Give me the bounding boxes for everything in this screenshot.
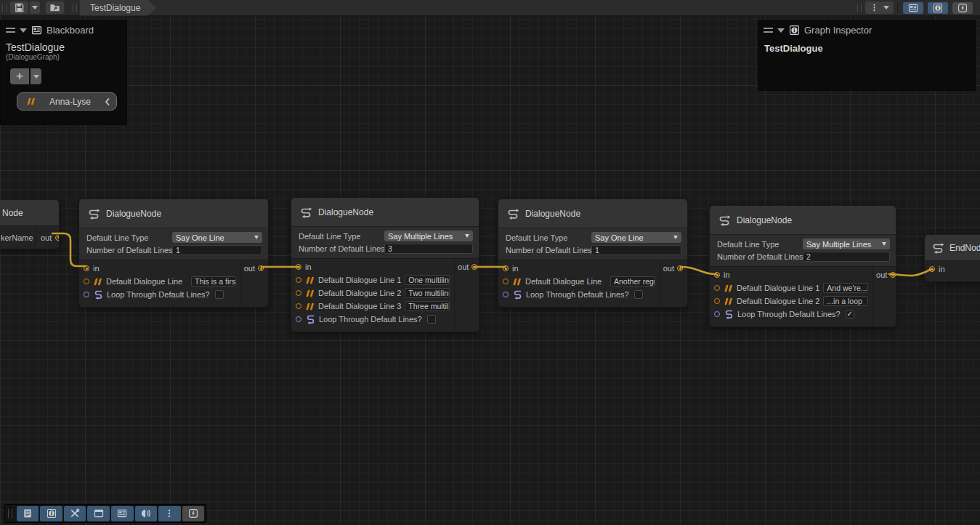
preview-toggle-button[interactable] <box>135 506 158 521</box>
dialogue-node-3[interactable]: DialogueNode Default Line Type Say One L… <box>498 199 688 308</box>
info-icon <box>46 508 57 518</box>
in-port[interactable] <box>84 265 89 271</box>
node-title: Node <box>2 208 23 218</box>
node-title-bar[interactable]: Node <box>0 200 59 226</box>
toolbar-drag-handle[interactable] <box>73 4 77 12</box>
dialogue-line-field[interactable]: Two multiline <box>405 288 450 298</box>
node-title: DialogueNode <box>525 209 580 219</box>
dialogue-line-port[interactable] <box>503 278 509 284</box>
toolbar-drag-handle[interactable] <box>857 4 862 12</box>
dialogue-node-1[interactable]: DialogueNode Default Line Type Say One L… <box>78 199 269 308</box>
line-count-field[interactable]: 1 <box>591 245 681 255</box>
graph-inspector-header[interactable]: Graph Inspector <box>758 20 975 39</box>
window-toggle-button[interactable] <box>87 506 110 521</box>
out-port[interactable] <box>258 265 264 271</box>
node-title-bar[interactable]: DialogueNode <box>498 199 687 228</box>
loop-checkbox[interactable] <box>215 290 224 299</box>
loop-port[interactable] <box>84 292 89 297</box>
dialogue-line-port[interactable] <box>714 298 720 304</box>
line-count-field[interactable]: 1 <box>172 245 262 255</box>
node-title-bar[interactable]: DialogueNode <box>710 206 896 235</box>
loop-checkbox[interactable] <box>427 315 436 324</box>
flow-icon <box>299 207 313 218</box>
dialogue-line-port[interactable] <box>296 303 301 309</box>
loop-port[interactable] <box>296 316 301 322</box>
graph-inspector-panel[interactable]: Graph Inspector TestDialogue <box>758 20 976 91</box>
blackboard-graph-name: TestDialogue <box>1 39 126 53</box>
out-port[interactable] <box>55 235 60 241</box>
out-port[interactable] <box>677 265 683 271</box>
console-toggle-button[interactable] <box>17 506 39 521</box>
dialogue-line-field[interactable]: One multiline <box>405 275 450 285</box>
loop-port[interactable] <box>503 292 509 297</box>
dialogue-line-field[interactable]: ...in a loop <box>823 296 868 306</box>
line-count-label: Number of Default Lines <box>506 246 591 255</box>
out-port[interactable] <box>890 272 896 278</box>
dialogue-line-port[interactable] <box>296 290 301 296</box>
dialogue-node-2[interactable]: DialogueNode Default Line Type Say Multi… <box>291 197 479 332</box>
open-asset-button[interactable] <box>46 1 64 14</box>
chevron-left-icon[interactable] <box>105 97 110 106</box>
inspector-selection: TestDialogue <box>758 39 975 54</box>
line-type-label: Default Line Type <box>86 233 172 242</box>
speaker-node[interactable]: Node kerName out <box>0 199 60 249</box>
line-count-field[interactable]: 2 <box>803 252 890 262</box>
flow-icon <box>86 208 101 220</box>
options-menu-button[interactable] <box>865 1 894 14</box>
add-variable-dropdown[interactable] <box>31 68 41 84</box>
quote-icon <box>305 289 315 297</box>
dialogue-line-port[interactable] <box>714 285 720 291</box>
tools-toggle-button[interactable] <box>64 506 86 521</box>
collapse-arrow-icon[interactable] <box>20 28 27 33</box>
blackboard-toggle-button[interactable] <box>111 506 134 521</box>
menu-icon[interactable] <box>6 28 15 33</box>
line-count-label: Number of Default Lines <box>717 252 803 261</box>
in-port[interactable] <box>296 264 301 270</box>
window-icon <box>94 508 104 518</box>
node-title-bar[interactable]: DialogueNode <box>291 198 479 227</box>
toolbar-drag-handle[interactable] <box>2 4 7 12</box>
line-type-dropdown[interactable]: Say Multiple Lines <box>803 239 890 249</box>
loop-checkbox[interactable]: ✓ <box>846 310 854 318</box>
loop-port[interactable] <box>714 311 720 317</box>
bolt-toggle-button[interactable] <box>952 2 973 14</box>
end-node[interactable]: EndNode in <box>924 234 980 282</box>
node-title-bar[interactable]: DialogueNode <box>79 199 268 228</box>
blackboard-panel[interactable]: Blackboard TestDialogue (DialogueGraph) … <box>0 20 127 125</box>
toolbar-drag-handle[interactable] <box>8 509 12 518</box>
line-type-dropdown[interactable]: Say One Line <box>591 232 681 243</box>
blackboard-variable-anna-lyse[interactable]: Anna-Lyse <box>17 92 117 111</box>
line-count-field[interactable]: 3 <box>384 244 473 254</box>
inspector-toggle-button[interactable] <box>40 506 62 521</box>
bolt-toggle-button[interactable] <box>182 506 205 521</box>
save-dropdown-button[interactable] <box>30 1 40 14</box>
graph-inspector-toggle-button[interactable] <box>928 2 948 14</box>
blackboard-header[interactable]: Blackboard <box>1 20 126 39</box>
dialogue-line-field[interactable]: Another regu <box>610 276 655 286</box>
dialogue-line-field[interactable]: This is a first <box>191 276 236 286</box>
line-type-dropdown[interactable]: Say One Line <box>172 232 262 243</box>
dialogue-line-field[interactable]: And we're... <box>823 283 868 293</box>
in-port[interactable] <box>503 265 509 271</box>
collapse-arrow-icon[interactable] <box>777 28 785 33</box>
line-type-dropdown[interactable]: Say Multiple Lines <box>384 231 473 241</box>
node-properties: Default Line Type Say One Line Number of… <box>498 228 687 260</box>
dialogue-line-port[interactable] <box>296 277 301 283</box>
graph-tab[interactable]: TestDialogue <box>80 0 156 16</box>
flow-icon <box>931 242 945 254</box>
save-button[interactable] <box>10 1 28 14</box>
loop-checkbox[interactable] <box>634 290 643 299</box>
in-port[interactable] <box>929 266 935 272</box>
loop-icon <box>93 289 103 300</box>
dialogue-node-4[interactable]: DialogueNode Default Line Type Say Multi… <box>709 205 896 327</box>
menu-icon[interactable] <box>764 28 773 33</box>
dialogue-line-field[interactable]: Three multili <box>405 301 450 311</box>
add-variable-button[interactable]: + <box>10 68 29 84</box>
dialogue-line-port[interactable] <box>84 278 89 284</box>
out-port-label: out <box>244 264 255 273</box>
node-title-bar[interactable]: EndNode <box>925 235 980 261</box>
blackboard-toggle-button[interactable] <box>903 2 923 14</box>
out-port[interactable] <box>471 264 477 270</box>
in-port[interactable] <box>714 272 720 278</box>
options-menu-button[interactable] <box>158 506 181 521</box>
